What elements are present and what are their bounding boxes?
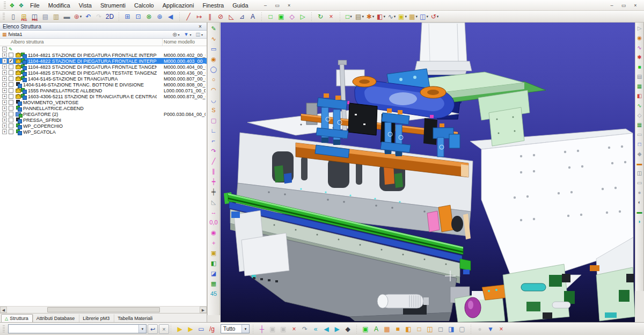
solid-pattern-icon[interactable]: ▦ [208,279,219,289]
print-icon[interactable]: ▬ [62,11,72,21]
tree-row[interactable]: + PIEGATORE (2) P000.030.084_00_00 [0,111,207,117]
menu-item[interactable]: Applicazioni [158,1,199,10]
sketch-figure-icon[interactable]: ∿ [635,43,643,53]
panel-close-icon[interactable]: × [196,24,204,30]
cad-machine-assembly[interactable] [221,23,635,322]
green-plane-icon[interactable]: ■ [635,62,643,72]
dim-datum-icon[interactable]: ⊿ [237,11,247,21]
visibility-checkbox[interactable] [9,129,13,134]
circle-icon[interactable]: ○ [208,75,219,85]
selection-filter-icon[interactable]: ▣ [360,324,371,334]
render-scene-icon[interactable]: ▦ [635,82,643,91]
place-component-icon[interactable]: ▣ [267,324,278,334]
visibility-checkbox[interactable] [9,53,13,57]
wave-analysis-icon[interactable]: ∿ [635,101,643,111]
expand-icon[interactable]: + [2,100,7,105]
menu-item[interactable]: File [26,1,44,10]
tree-row[interactable]: + WP_SCATOLA [0,129,207,135]
scroll-left-icon[interactable]: ◀ [0,307,7,313]
viewport-3d[interactable] [221,23,635,322]
menu-item[interactable]: Finestra [198,1,228,10]
axis-cross-icon[interactable]: ╪ [208,187,219,197]
visibility-checkbox[interactable]: ✓ [9,59,13,63]
menu-item[interactable]: Calcolo [130,1,158,10]
dim-linear-icon[interactable]: ╱ [183,11,194,21]
doc-minimize-button[interactable]: – [260,2,271,9]
dim-tool-icon[interactable]: ↔ [208,207,219,217]
expand-icon[interactable]: + [2,106,7,111]
place-component-alt-icon[interactable]: ▣ [278,324,289,334]
import-model-icon[interactable]: ▼ [485,324,496,334]
expand-icon[interactable]: + [2,64,7,69]
tree-row[interactable]: + PANNELLATRICE.ACBEND [0,105,207,111]
visibility-checkbox[interactable] [9,112,13,116]
visibility-checkbox[interactable] [9,76,13,81]
materials-strip-icon[interactable]: ▬ [635,207,643,217]
annotation-icon[interactable]: ✱ [635,53,643,62]
menu-item[interactable]: Strumenti [96,1,130,10]
tree-row[interactable]: + 1104-4825 STAZIONE DI PIEGATURA TESTAT… [0,70,207,76]
filter-dropdown-icon[interactable]: ▾ [241,325,249,333]
expand-icon[interactable]: + [2,82,7,87]
plane-tool-icon[interactable]: ◺ [208,197,219,207]
solid-subtract-icon[interactable]: ◪ [208,268,219,279]
point-line-icon[interactable]: ┿ [208,177,219,187]
visibility-checkbox[interactable] [9,100,13,105]
panel-tab[interactable]: Attributi Database [33,314,79,322]
arc-icon[interactable]: ◠ [208,85,219,95]
command-input[interactable] [9,325,138,332]
section-view-icon[interactable]: ◧▾ [376,11,386,21]
tree-row[interactable]: + 1555 PANNELLATRICE ALLBEND L000.000.07… [0,88,207,93]
plane-xy-icon[interactable]: □ [265,11,276,21]
run-macro-icon[interactable]: ▷ [635,24,643,33]
export-dark-icon[interactable]: ◆ [342,324,353,334]
visibility-checkbox[interactable] [9,88,13,93]
plane-arrow-icon[interactable]: ▷ [297,11,308,21]
snap-move-icon[interactable]: ┼ [257,324,267,334]
tree-row[interactable]: + 1404-5146-STAZIONE TRANC. BOTTONI E DI… [0,82,207,88]
solid-box-icon[interactable]: ▣ [208,248,219,258]
delete-view-icon[interactable]: × [326,11,336,21]
expand-icon[interactable]: + [2,53,7,57]
dim-diameter-icon[interactable]: ⊘ [215,11,226,21]
selection-filter-select[interactable]: Tutto ▾ [221,324,250,333]
image-capture-icon[interactable]: ▤ [635,72,643,82]
clay-model-icon[interactable]: ◇ [635,111,643,120]
doc-close-button[interactable]: × [284,2,295,9]
panel-tab[interactable]: Tabella Materiali [114,314,157,322]
pick-arrow-icon[interactable]: ▶ [174,324,185,334]
solid-union-icon[interactable]: ◧ [208,258,219,268]
expand-icon[interactable]: + [2,112,7,116]
solid-box-blue-icon[interactable]: ◨ [446,324,457,334]
spline-icon[interactable]: ∿ [208,34,219,44]
tree-row[interactable]: + ✓ 1104-4822 STAZIONE DI PIEGATURA FRON… [0,58,207,64]
open-pkg-icon[interactable]: ⊞PKG [19,11,30,21]
render-mode-icon[interactable]: ✱▾ [365,11,376,21]
align-right-icon[interactable]: ▶ [332,324,342,334]
scrollbar-thumb[interactable] [47,307,160,312]
expand-icon[interactable]: + [2,59,7,63]
undo-icon[interactable]: ↶ [83,11,94,21]
paste-icon[interactable]: ▥ [51,11,62,21]
toolbar-grip[interactable] [4,2,6,9]
s-curve-icon[interactable]: S [208,105,219,115]
expand-icon[interactable]: + [2,88,7,93]
tree-root-row[interactable]: − ✎ [0,46,207,52]
align-left-icon[interactable]: « [310,324,321,334]
render-quality-icon[interactable]: A [371,324,382,334]
expand-icon[interactable]: + [2,129,7,134]
ellipse-icon[interactable]: ◯ [208,64,219,75]
iso-axes-icon[interactable]: ⊗ [144,11,155,21]
export-component-icon[interactable]: ↷ [299,324,310,334]
window-minimize-button[interactable]: – [606,2,617,9]
dim-angle-icon[interactable]: ◺ [226,11,237,21]
find-icon[interactable]: ◎▾ [171,31,181,38]
expand-icon[interactable]: + [2,70,7,75]
sketch-edit-icon[interactable]: ✎ [208,24,219,34]
panel-layout-icon[interactable]: ◫▾ [194,31,204,38]
view-name[interactable]: fvista1 [9,32,23,37]
cross-point-icon[interactable]: ＋ [208,238,219,248]
window-close-button[interactable]: × [630,2,641,9]
expand-icon[interactable]: + [2,123,7,128]
bottom-right-assembly[interactable] [503,264,635,322]
